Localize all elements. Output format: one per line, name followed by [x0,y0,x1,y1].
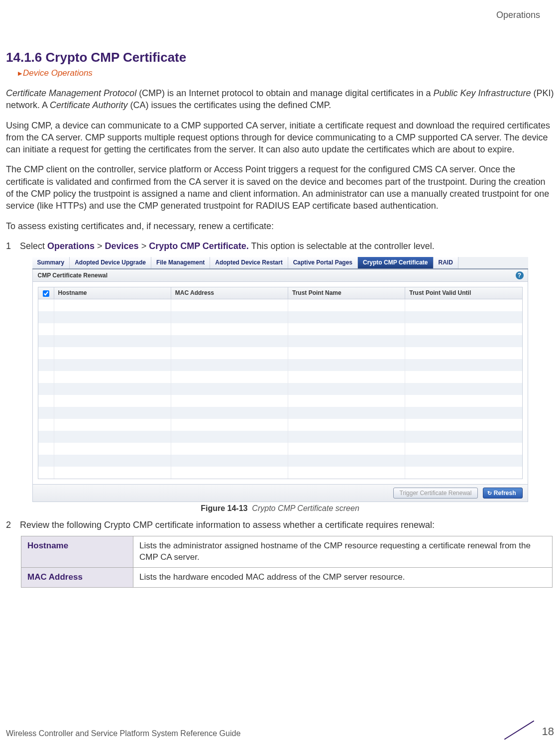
desc-val-hostname: Lists the administrator assigned hostnam… [133,536,553,567]
table-row [38,335,522,347]
table-row [38,467,522,479]
table-row [38,371,522,383]
nav-crypto-cmp: Crypto CMP Certificate. [149,241,249,251]
paragraph-3: The CMP client on the controller, servic… [6,163,554,212]
figure-caption: Figure 14-13 Crypto CMP Certificate scre… [6,504,554,513]
refresh-icon: ↻ [487,490,492,497]
table-row [38,323,522,335]
tab-adopted-device-restart[interactable]: Adopted Device Restart [210,257,288,268]
table-row [38,311,522,323]
page-footer: Wireless Controller and Service Platform… [6,721,554,738]
term-ca: Certificate Authority [50,100,127,110]
col-hostname[interactable]: Hostname [54,287,171,298]
panel-header: CMP Certificate Renewal ? [32,269,528,282]
description-table: Hostname Lists the administrator assigne… [21,536,553,588]
refresh-button[interactable]: ↻Refresh [483,488,523,499]
table-row [38,359,522,371]
paragraph-1: Certificate Management Protocol (CMP) is… [6,87,554,112]
grid-header-row: Hostname MAC Address Trust Point Name Tr… [38,287,522,299]
breadcrumb-arrow-icon: ▶ [18,70,22,77]
select-all-checkbox-cell [38,287,54,298]
tab-bar: Summary Adopted Device Upgrade File Mana… [32,257,528,269]
desc-key-mac: MAC Address [21,567,133,587]
breadcrumb-text: Device Operations [23,68,93,78]
desc-key-hostname: Hostname [21,536,133,567]
paragraph-2: Using CMP, a device can communicate to a… [6,120,554,156]
table-row: MAC Address Lists the hardware encoded M… [21,567,553,587]
term-pki: Public Key Infrastructure [433,88,531,98]
certificate-grid: Hostname MAC Address Trust Point Name Tr… [38,287,523,479]
footer-guide-title: Wireless Controller and Service Platform… [6,729,240,738]
screenshot-panel: Summary Adopted Device Upgrade File Mana… [32,257,528,502]
grid-body [38,299,522,479]
term-cmp: Certificate Management Protocol [6,88,136,98]
table-row [38,395,522,407]
footer-slash-graphic [502,721,537,738]
table-row [38,419,522,431]
table-row [38,347,522,359]
table-row [38,431,522,443]
table-row [38,299,522,311]
select-all-checkbox[interactable] [43,290,49,297]
nav-devices: Devices [105,241,139,251]
tab-file-management[interactable]: File Management [151,257,210,268]
table-row [38,455,522,467]
page-number: 18 [542,725,554,738]
section-number: 14.1.6 [6,50,42,65]
header-section: Operations [496,10,540,20]
section-title-text: Crypto CMP Certificate [46,50,187,65]
section-heading: 14.1.6 Crypto CMP Certificate [6,50,554,65]
figure-label: Figure 14-13 [201,504,247,512]
figure-title: Crypto CMP Certificate screen [252,504,359,512]
table-row [38,443,522,455]
col-mac-address[interactable]: MAC Address [171,287,288,298]
tab-raid[interactable]: RAID [434,257,458,268]
tab-crypto-cmp-certificate[interactable]: Crypto CMP Certificate [358,257,433,268]
tab-summary[interactable]: Summary [32,257,70,268]
step-1: 1 Select Operations > Devices > Crypto C… [6,240,554,252]
grid-footer: Trigger Certificate Renewal ↻Refresh [32,485,528,502]
table-row [38,407,522,419]
tab-adopted-device-upgrade[interactable]: Adopted Device Upgrade [70,257,151,268]
table-row: Hostname Lists the administrator assigne… [21,536,553,567]
table-row [38,383,522,395]
col-trust-point-name[interactable]: Trust Point Name [288,287,405,298]
trigger-certificate-renewal-button[interactable]: Trigger Certificate Renewal [393,488,478,499]
paragraph-4: To assess existing certificates and, if … [6,220,554,232]
col-trust-point-valid-until[interactable]: Trust Point Valid Until [405,287,522,298]
panel-title: CMP Certificate Renewal [38,272,108,279]
step-2: 2 Review the following Crypto CMP certif… [6,519,554,531]
desc-val-mac: Lists the hardware encoded MAC address o… [133,567,553,587]
step-1-number: 1 [6,240,20,252]
step-2-number: 2 [6,519,20,531]
breadcrumb: ▶Device Operations [18,68,554,78]
nav-operations: Operations [47,241,95,251]
tab-captive-portal-pages[interactable]: Captive Portal Pages [288,257,358,268]
help-icon[interactable]: ? [516,271,524,279]
